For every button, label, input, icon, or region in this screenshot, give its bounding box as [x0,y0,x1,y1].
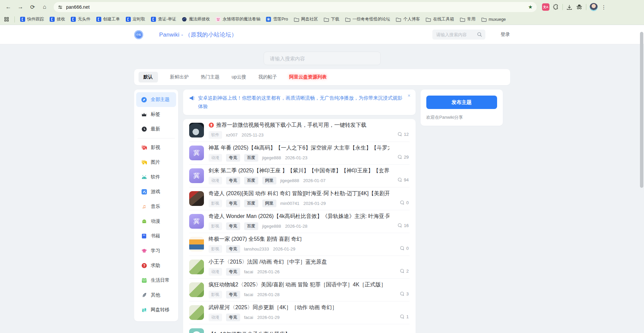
post-title[interactable]: 终极一家 (2007) 全55集 剧情 喜剧 奇幻 [209,236,389,243]
scrollbar-thumb[interactable] [640,32,643,188]
post-author[interactable]: min00741 [280,201,300,206]
tag-badge[interactable]: 夸克 [226,200,240,207]
back-icon[interactable]: ← [3,2,13,12]
category-badge[interactable]: 动漫 [209,268,222,276]
bookmark-item[interactable]: 下载 [324,16,339,22]
page-scrollbar[interactable] [639,25,644,333]
post-author[interactable]: lanshou2333 [244,246,269,252]
post-author[interactable]: facai [244,269,253,274]
apps-grid-icon[interactable] [4,17,9,22]
close-icon[interactable]: × [408,93,410,98]
tag-badge[interactable]: 夸克 [226,291,240,298]
post-avatar[interactable]: 冀 [189,146,204,160]
post-avatar[interactable]: 冀 [189,168,204,183]
main-search-input[interactable] [264,52,381,65]
translate-extension-icon[interactable]: 文A [542,3,549,11]
post-avatar[interactable]: 冀 [189,214,204,229]
post-author[interactable]: jigege888 [262,224,281,229]
extensions-puzzle-icon[interactable] [553,4,559,10]
tag-badge[interactable]: 夸克 [226,177,240,184]
tag-badge[interactable]: 百度 [244,200,258,207]
bookmark-item[interactable]: 查证-举证 [151,16,176,22]
bookmark-item[interactable]: 快件跟踪 [20,16,44,22]
bookmark-star-icon[interactable]: ★ [528,4,533,10]
sidebar-item[interactable]: 生活日常 [136,273,176,288]
post-title[interactable]: 奇迹人 Wonder Man (2026)【4k高码杜比音效】《异轨姝途》主演:… [209,213,389,220]
tag-badge[interactable]: 夸克 [226,268,240,276]
sidebar-item[interactable]: 动漫 [136,214,176,229]
sidebar-item[interactable]: ?求助 [136,258,176,273]
tag-badge[interactable]: 百度 [244,154,258,162]
publish-topic-button[interactable]: 发布主题 [426,96,497,109]
post-avatar[interactable] [189,123,204,137]
post-avatar[interactable]: P [189,328,204,333]
profile-avatar[interactable] [590,3,598,11]
tag-badge[interactable]: 阿里 [262,200,276,207]
comment-count[interactable]: 2 [400,269,409,274]
comment-count[interactable]: 1 [400,314,409,319]
bookmark-item[interactable]: 魔法师揽收 [182,16,210,22]
bookmark-item[interactable]: 在线工具箱 [426,16,454,22]
sidebar-item[interactable]: 图片 [136,155,176,170]
bookmark-item[interactable]: 定时取 [126,16,146,22]
tag-badge[interactable]: 夸克 [226,245,240,253]
post-avatar[interactable] [189,305,204,320]
tag-badge[interactable]: 百度 [244,177,258,184]
login-link[interactable]: 登录 [501,32,510,38]
sidebar-item[interactable]: 学习 [136,243,176,258]
site-info-icon[interactable] [58,5,63,10]
tag-badge[interactable]: 夸克 [226,222,240,230]
reload-icon[interactable]: ⟳ [28,2,38,12]
tab-item-2[interactable]: 热门主题 [201,74,220,80]
tab-item-0[interactable]: 默认 [139,72,158,82]
comment-count[interactable]: 12 [397,132,409,137]
browser-menu-icon[interactable]: ⋮ [601,4,607,10]
tag-badge[interactable]: 阿里 [262,177,276,184]
category-badge[interactable]: 影视 [209,291,222,298]
post-title[interactable]: 奇迹人 (2026)[美国 动作 科幻 奇幻 冒险][叶海亚·阿卜杜勒-迈丁][… [209,190,389,197]
post-title[interactable]: 剑来 第二季 (2025)【神印王座 】【紫川】【中国奇谭】【神印王座】【玄界之… [209,167,389,174]
category-badge[interactable]: 动漫 [209,154,222,162]
post-avatar[interactable] [189,191,204,206]
sidebar-item[interactable]: 标签 [136,107,176,122]
bookmark-item[interactable]: 网盘社区 [294,16,318,22]
category-badge[interactable]: 影视 [209,222,222,230]
post-title[interactable]: 【1~12年级数学尖子生高分题库】 [209,331,389,333]
post-avatar[interactable] [189,237,204,252]
comment-count[interactable]: 29 [397,155,409,160]
sidebar-item[interactable]: ⇄网盘转移 [136,302,176,317]
post-author[interactable]: xz007 [226,132,238,137]
category-badge[interactable]: 动漫 [209,177,222,184]
post-title[interactable]: 推荐一款微信视频号视频下载小工具，手机可用，一键转发下载 [209,122,389,129]
sidebar-item[interactable]: 书籍 [136,229,176,243]
tab-item-4[interactable]: 我的帖子 [258,74,277,80]
post-author[interactable]: jigege888 [280,178,299,183]
bookmark-item[interactable]: 常用 [460,16,476,22]
home-icon[interactable]: ⌂ [40,2,50,12]
post-title[interactable]: 神墓 年番 (2025)【4k高码】【一人之下6】深空彼岸 大主宰【永生】【斗罗… [209,145,389,152]
post-author[interactable]: facai [244,292,253,297]
sidebar-item[interactable]: ♫音乐 [136,199,176,214]
bookmark-item[interactable]: muxuege [481,17,506,22]
bookmark-item[interactable]: 一些奇奇怪怪的论坛 [345,16,390,22]
post-title[interactable]: 小王子〈2015〉法国 /动画 奇幻［中字］蓝光原盘 [209,259,389,266]
search-icon[interactable] [477,32,482,37]
post-avatar[interactable] [189,260,204,274]
comment-count[interactable]: 16 [397,223,409,228]
category-badge[interactable]: 影视 [209,245,222,253]
site-logo[interactable]: 小站 [134,30,143,39]
tag-badge[interactable]: 夸克 [226,314,240,321]
sidebar-item[interactable]: 最新 [136,122,176,136]
tab-item-3[interactable]: up云搜 [232,74,247,80]
bookmark-item[interactable]: 无头件 [71,16,91,22]
post-avatar[interactable] [189,282,204,297]
tag-badge[interactable]: 夸克 [226,154,240,162]
announcement-text[interactable]: 安卓追剧神器上线！你想看的这里都有，画质清晰流畅，无广告纯净播放，为你带来沉浸式… [198,94,404,111]
sidebar-item[interactable]: 全部主题 [136,92,176,107]
tag-badge[interactable]: 百度 [244,222,258,230]
sidebar-item[interactable]: 影视 [136,140,176,155]
comment-count[interactable]: 94 [397,177,409,182]
sidebar-item[interactable]: 其他 [136,288,176,302]
category-badge[interactable]: 动漫 [209,314,222,321]
post-title[interactable]: 疯狂动物城2〈2025〉美国/喜剧 动画 冒险 犯罪［国语中字］4K［正式版］ [209,281,389,288]
